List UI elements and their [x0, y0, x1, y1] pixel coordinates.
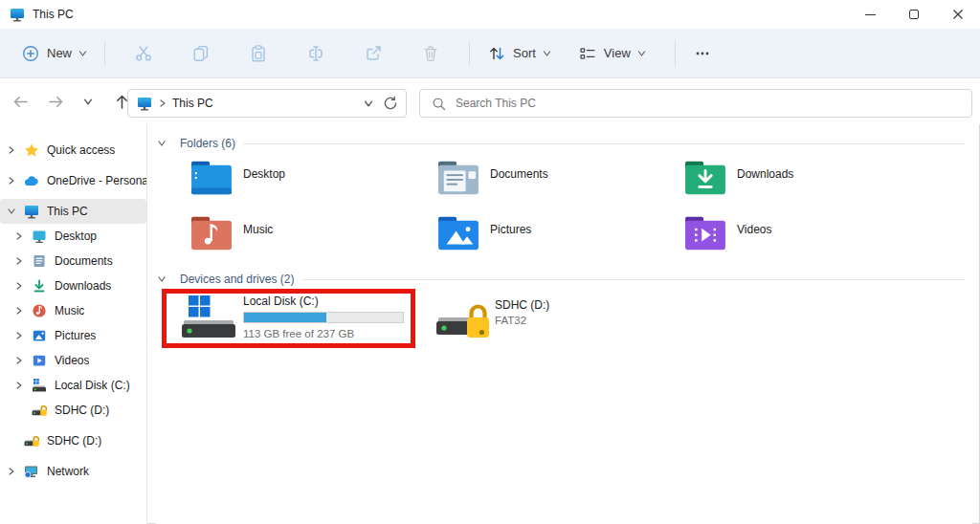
section-collapse-chevron-icon[interactable] [156, 273, 167, 285]
sidebar-item-network[interactable]: Network [0, 459, 146, 484]
share-icon [364, 44, 383, 63]
more-options-button[interactable] [685, 38, 720, 69]
file-explorer-window: { "window": { "title": "This PC", "contr… [0, 0, 980, 524]
folder-tile-downloads[interactable]: Downloads [650, 159, 897, 197]
sidebar-item-videos[interactable]: Videos [0, 348, 146, 373]
refresh-icon[interactable] [383, 96, 398, 111]
onedrive-cloud-icon [24, 173, 39, 188]
chevron-down-icon [543, 49, 550, 57]
sidebar-item-onedrive[interactable]: OneDrive - Personal [0, 168, 146, 193]
breadcrumb-this-pc[interactable]: This PC [172, 97, 213, 110]
section-divider-line [243, 143, 965, 144]
paste-button[interactable] [241, 38, 276, 69]
drive-tile-local-disk-c[interactable]: Local Disk (C:) 113 GB free of 237 GB [180, 295, 404, 340]
breadcrumb-separator-icon [159, 99, 167, 107]
delete-icon [421, 44, 440, 63]
search-box[interactable] [419, 89, 972, 118]
section-divider-line [301, 279, 965, 280]
view-button[interactable]: View [570, 38, 654, 69]
sidebar-item-quick-access[interactable]: Quick access [0, 138, 146, 163]
sidebar-item-label: This PC [47, 205, 88, 218]
section-collapse-chevron-icon[interactable] [156, 138, 167, 149]
sidebar-item-label: Downloads [55, 279, 111, 293]
sidebar-item-label: Quick access [47, 143, 115, 157]
section-title: Folders (6) [180, 137, 235, 150]
minimize-icon [865, 14, 876, 15]
recent-locations-button[interactable] [76, 89, 100, 114]
paste-icon [249, 44, 268, 63]
new-button-label: New [47, 46, 72, 60]
desktop-monitor-icon [32, 229, 47, 244]
sidebar-item-label: Documents [55, 254, 113, 268]
folder-tile-videos[interactable]: Videos [650, 214, 897, 252]
share-button[interactable] [356, 38, 390, 69]
folder-tile-desktop[interactable]: Desktop [156, 159, 403, 197]
document-icon [32, 253, 47, 269]
chevron-down-icon [637, 49, 645, 57]
this-pc-icon [10, 7, 25, 22]
navigation-sidebar: Quick access OneDrive - Personal This PC… [0, 124, 146, 524]
recent-locations-chevron-icon [84, 97, 93, 106]
chevron-right-icon[interactable] [13, 280, 25, 292]
folder-tile-music[interactable]: Music [156, 214, 403, 252]
search-input[interactable] [456, 97, 971, 110]
rename-button[interactable] [299, 38, 333, 69]
address-bar[interactable]: This PC [127, 89, 407, 118]
sidebar-item-desktop[interactable]: Desktop [0, 224, 146, 249]
folder-tile-pictures[interactable]: Pictures [403, 214, 650, 252]
sidebar-item-pictures[interactable]: Pictures [0, 323, 146, 348]
sidebar-item-sdhc-d-root[interactable]: SDHC (D:) [0, 428, 146, 453]
sort-button-label: Sort [513, 46, 536, 60]
back-arrow-icon [11, 93, 30, 111]
address-dropdown-chevron-icon[interactable] [365, 98, 373, 108]
drive-filesystem: FAT32 [495, 315, 549, 326]
monitor-icon [24, 204, 39, 219]
chevron-right-icon[interactable] [13, 355, 25, 366]
search-icon [432, 97, 446, 111]
minimize-button[interactable] [848, 0, 892, 29]
copy-icon [191, 44, 211, 63]
folder-label: Pictures [490, 223, 531, 236]
chevron-right-icon[interactable] [6, 144, 17, 156]
sidebar-item-documents[interactable]: Documents [0, 249, 146, 273]
sidebar-item-this-pc[interactable]: This PC [0, 199, 146, 224]
folder-tile-documents[interactable]: Documents [403, 159, 650, 197]
chevron-right-icon[interactable] [6, 466, 17, 477]
cut-button[interactable] [126, 38, 161, 69]
close-icon [952, 9, 964, 20]
toolbar-separator [675, 41, 676, 66]
copy-button[interactable] [184, 38, 218, 69]
sidebar-item-downloads[interactable]: Downloads [0, 273, 146, 298]
folder-videos-icon [683, 214, 727, 252]
chevron-down-icon[interactable] [6, 206, 17, 217]
drive-usage-fill [244, 313, 326, 322]
folder-row-2: Music Pictures Videos [156, 214, 897, 252]
video-icon [32, 353, 47, 368]
chevron-right-icon[interactable] [13, 380, 25, 391]
folder-label: Music [243, 223, 273, 236]
forward-button[interactable] [43, 89, 68, 114]
chevron-right-icon[interactable] [13, 305, 25, 317]
sidebar-item-label: Local Disk (C:) [55, 379, 130, 392]
close-button[interactable] [936, 0, 980, 29]
sidebar-item-local-disk-c[interactable]: Local Disk (C:) [0, 373, 146, 398]
section-header-devices: Devices and drives (2) [156, 273, 965, 286]
sort-button[interactable]: Sort [479, 38, 559, 69]
sidebar-item-label: SDHC (D:) [47, 434, 101, 448]
music-note-icon [32, 303, 47, 318]
chevron-right-icon[interactable] [6, 175, 17, 186]
this-pc-icon [137, 96, 152, 111]
sidebar-item-music[interactable]: Music [0, 298, 146, 323]
maximize-button[interactable] [892, 0, 936, 29]
new-button[interactable]: New [13, 38, 95, 69]
chevron-right-icon[interactable] [13, 255, 25, 267]
drive-tile-sdhc-d[interactable]: SDHC (D:) FAT32 [435, 298, 549, 342]
back-button[interactable] [8, 89, 33, 114]
folder-label: Documents [490, 167, 548, 181]
plus-circle-icon [21, 44, 40, 63]
locked-drive-icon [435, 298, 489, 342]
chevron-right-icon[interactable] [13, 230, 25, 242]
delete-button[interactable] [413, 38, 448, 69]
chevron-right-icon[interactable] [13, 330, 25, 341]
sidebar-item-sdhc-d[interactable]: SDHC (D:) [0, 398, 146, 423]
